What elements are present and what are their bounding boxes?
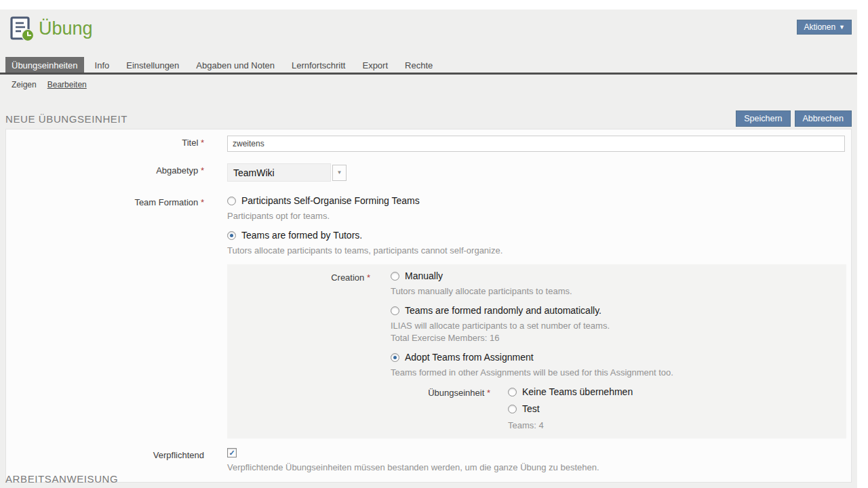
required-marker: * [201, 197, 204, 207]
exercise-object-icon [9, 16, 35, 45]
form-section-header: NEUE ÜBUNGSEINHEIT Speichern Abbrechen [5, 110, 852, 127]
teams-count-text: Teams: 4 [508, 420, 633, 430]
page-header: Übung Aktionen ▼ [0, 9, 857, 57]
radio-option-manually[interactable]: Manually [391, 270, 846, 281]
subtab-zeigen[interactable]: Zeigen [12, 80, 37, 89]
tab-abgaben-und-noten[interactable]: Abgaben und Noten [190, 57, 281, 73]
option-helper-text: Participants opt for teams. [227, 211, 851, 221]
verpflichtend-checkbox-checked[interactable]: ✓ [227, 448, 237, 458]
required-marker: * [487, 388, 490, 398]
titel-input[interactable] [227, 136, 845, 152]
required-marker: * [201, 165, 204, 176]
form-row-abgabetyp: Abgabetyp * TeamWiki ▼ [6, 163, 851, 182]
form-row-creation: Creation * Manually Tutors manually allo… [227, 270, 846, 430]
verpflichtend-label: Verpflichtend [6, 448, 204, 472]
radio-icon[interactable] [391, 272, 399, 281]
sub-tab-bar: Zeigen Bearbeiten [0, 80, 87, 89]
option-helper-text: Tutors allocate participants to teams, p… [227, 245, 851, 256]
tab-info[interactable]: Info [89, 57, 116, 73]
save-button[interactable]: Speichern [736, 110, 790, 127]
form-heading: NEUE ÜBUNGSEINHEIT [5, 113, 127, 125]
abgabetyp-select[interactable]: TeamWiki ▼ [227, 163, 851, 182]
radio-icon[interactable] [391, 306, 399, 315]
form-row-uebungseinheit: Übungseinheit * Keine Teams übernehmen [391, 386, 846, 430]
titel-label: Titel * [6, 136, 204, 152]
form-row-team-formation: Team Formation * Participants Self-Organ… [6, 195, 851, 439]
radio-option-keine-teams[interactable]: Keine Teams übernehmen [508, 386, 633, 397]
required-marker: * [367, 272, 370, 283]
radio-icon[interactable] [508, 388, 517, 396]
chevron-down-icon: ▼ [839, 24, 845, 30]
verpflichtend-helper-text: Verpflichtende Übungseinheiten müssen be… [227, 462, 851, 472]
radio-icon[interactable] [227, 197, 236, 205]
total-exercise-members-text: Total Exercise Members: 16 [391, 333, 846, 343]
option-helper-text: ILIAS will allocate participants to a se… [391, 321, 846, 331]
checkmark-icon: ✓ [229, 449, 235, 458]
tab-export[interactable]: Export [356, 57, 394, 73]
page-background: Übung Aktionen ▼ Übungseinheiten Info Ei… [0, 9, 857, 488]
creation-subpanel: Creation * Manually Tutors manually allo… [227, 264, 846, 439]
radio-option-test[interactable]: Test [508, 403, 633, 414]
radio-option-self-organise[interactable]: Participants Self-Organise Forming Teams [227, 195, 851, 206]
main-tab-bar: Übungseinheiten Info Einstellungen Abgab… [0, 57, 857, 75]
select-dropdown-button[interactable]: ▼ [332, 165, 347, 181]
radio-icon[interactable] [508, 405, 517, 413]
required-marker: * [201, 138, 204, 148]
tab-einstellungen[interactable]: Einstellungen [120, 57, 185, 73]
form-command-buttons: Speichern Abbrechen [736, 110, 852, 127]
option-helper-text: Tutors manually allocate participants to… [391, 286, 846, 296]
creation-label: Creation * [227, 270, 370, 430]
option-helper-text: Teams formed in other Assignments will b… [391, 367, 846, 378]
team-formation-label: Team Formation * [6, 195, 204, 439]
subtab-bearbeiten[interactable]: Bearbeiten [47, 80, 87, 89]
abgabetyp-label: Abgabetyp * [6, 163, 204, 182]
tab-uebungseinheiten[interactable]: Übungseinheiten [5, 57, 84, 73]
radio-option-teams-by-tutors[interactable]: Teams are formed by Tutors. [227, 230, 851, 241]
radio-option-random[interactable]: Teams are formed randomly and automatica… [391, 305, 846, 316]
arbeitsanweisung-heading: ARBEITSANWEISUNG [5, 473, 118, 485]
chevron-down-icon: ▼ [337, 169, 342, 176]
tab-lernfortschritt[interactable]: Lernfortschritt [285, 57, 351, 73]
radio-option-adopt-teams[interactable]: Adopt Teams from Assignment [391, 352, 846, 363]
new-exercise-unit-form: Titel * Abgabetyp * TeamWiki ▼ [5, 129, 852, 483]
form-row-titel: Titel * [6, 129, 851, 152]
radio-icon-checked[interactable] [227, 231, 236, 240]
form-row-verpflichtend: Verpflichtend ✓ Verpflichtende Übungsein… [6, 448, 851, 472]
radio-icon-checked[interactable] [391, 353, 399, 362]
uebungseinheit-label: Übungseinheit * [391, 386, 490, 430]
abgabetyp-selected-value[interactable]: TeamWiki [227, 163, 331, 182]
cancel-button[interactable]: Abbrechen [795, 110, 852, 127]
tab-rechte[interactable]: Rechte [399, 57, 439, 73]
page-title: Übung [39, 18, 93, 39]
actions-dropdown-button[interactable]: Aktionen ▼ [797, 20, 852, 35]
